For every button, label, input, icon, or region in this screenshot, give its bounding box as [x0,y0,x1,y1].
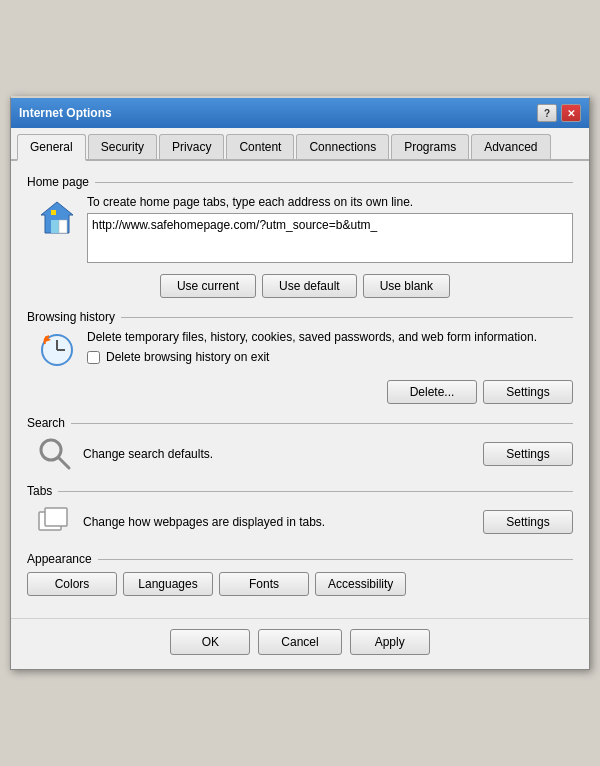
cancel-button[interactable]: Cancel [258,629,341,655]
accessibility-button[interactable]: Accessibility [315,572,406,596]
home-page-buttons: Use current Use default Use blank [37,274,573,298]
tab-privacy[interactable]: Privacy [159,134,224,159]
tabs-config-label: Tabs [27,484,573,498]
tabs-icon [37,504,73,540]
home-icon [37,197,77,237]
title-bar-buttons: ? ✕ [537,104,581,122]
appearance-section: Appearance Colors Languages Fonts Access… [27,552,573,596]
delete-on-exit-checkbox[interactable] [87,351,100,364]
apply-button[interactable]: Apply [350,629,430,655]
main-content: Home page To create home page tabs, type… [11,161,589,618]
search-settings-button[interactable]: Settings [483,442,573,466]
browsing-history-text: Delete temporary files, history, cookies… [87,330,573,372]
search-inner: Change search defaults. Settings [27,436,573,472]
home-page-label: Home page [27,175,573,189]
fonts-button[interactable]: Fonts [219,572,309,596]
home-text-area: To create home page tabs, type each addr… [87,195,573,266]
use-current-button[interactable]: Use current [160,274,256,298]
colors-button[interactable]: Colors [27,572,117,596]
delete-on-exit-label: Delete browsing history on exit [106,350,269,364]
browsing-history-description: Delete temporary files, history, cookies… [87,330,573,344]
search-description: Change search defaults. [83,447,473,461]
browsing-history-label: Browsing history [27,310,573,324]
tab-content[interactable]: Content [226,134,294,159]
window-title: Internet Options [19,106,112,120]
title-bar: Internet Options ? ✕ [11,98,589,128]
tab-advanced[interactable]: Advanced [471,134,550,159]
footer: OK Cancel Apply [11,618,589,669]
browsing-history-section: Browsing history Delete [27,310,573,404]
delete-on-exit-row: Delete browsing history on exit [87,350,573,364]
close-button[interactable]: ✕ [561,104,581,122]
tabs-config-inner: Change how webpages are displayed in tab… [27,504,573,540]
tab-connections[interactable]: Connections [296,134,389,159]
appearance-buttons: Colors Languages Fonts Accessibility [27,572,573,596]
svg-rect-2 [59,220,67,233]
internet-options-window: Internet Options ? ✕ General Security Pr… [10,96,590,670]
help-button[interactable]: ? [537,104,557,122]
browsing-history-area: Delete temporary files, history, cookies… [37,330,573,372]
home-page-section: Home page To create home page tabs, type… [27,175,573,298]
tabs-config-area: Change how webpages are displayed in tab… [37,504,573,540]
tab-security[interactable]: Security [88,134,157,159]
browsing-history-buttons: Delete... Settings [37,380,573,404]
svg-rect-12 [45,508,67,526]
home-page-inner: To create home page tabs, type each addr… [27,195,573,298]
tabs-config-section: Tabs Change how webpages are displayed i… [27,484,573,540]
search-area: Change search defaults. Settings [37,436,573,472]
tabs-settings-button[interactable]: Settings [483,510,573,534]
history-icon [37,330,77,370]
svg-rect-1 [51,220,59,233]
tab-bar: General Security Privacy Content Connect… [11,128,589,161]
home-page-description: To create home page tabs, type each addr… [87,195,573,209]
browsing-history-settings-button[interactable]: Settings [483,380,573,404]
delete-button[interactable]: Delete... [387,380,477,404]
use-default-button[interactable]: Use default [262,274,357,298]
appearance-label: Appearance [27,552,573,566]
ok-button[interactable]: OK [170,629,250,655]
search-icon [37,436,73,472]
svg-rect-3 [51,210,56,215]
tab-programs[interactable]: Programs [391,134,469,159]
svg-line-10 [59,458,69,468]
home-page-url-input[interactable]: http://www.safehomepage.com/?utm_source=… [87,213,573,263]
languages-button[interactable]: Languages [123,572,213,596]
search-section: Search Change search defaults. Settings [27,416,573,472]
search-label: Search [27,416,573,430]
home-page-area: To create home page tabs, type each addr… [37,195,573,266]
tab-general[interactable]: General [17,134,86,161]
use-blank-button[interactable]: Use blank [363,274,450,298]
tabs-config-description: Change how webpages are displayed in tab… [83,515,473,529]
browsing-history-inner: Delete temporary files, history, cookies… [27,330,573,404]
